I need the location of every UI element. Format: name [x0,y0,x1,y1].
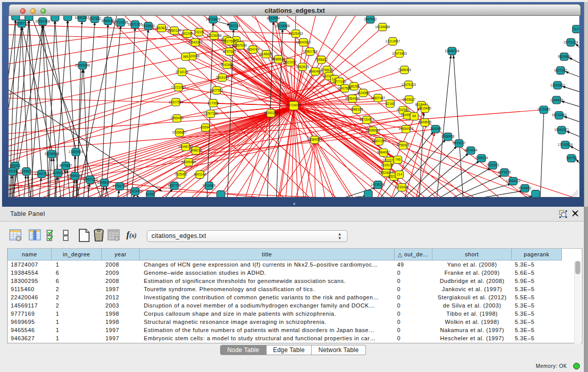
svg-text:9756928: 9756928 [397,143,410,147]
svg-text:2718176: 2718176 [176,70,189,74]
svg-text:20364436: 20364436 [345,97,360,100]
svg-text:8757685: 8757685 [223,50,236,53]
svg-text:2935114: 2935114 [475,156,488,160]
svg-text:2087682: 2087682 [364,17,377,21]
svg-text:9084067: 9084067 [377,150,390,154]
svg-text:64: 64 [412,114,417,118]
svg-text:12975115: 12975115 [401,83,416,86]
svg-text:18724007: 18724007 [287,103,301,107]
svg-text:12505135: 12505135 [68,174,82,178]
svg-text:12213369: 12213369 [171,85,186,89]
svg-text:7515526: 7515526 [142,24,155,28]
svg-text:16107554: 16107554 [168,100,183,104]
svg-text:8471676: 8471676 [498,170,511,174]
svg-text:6794028: 6794028 [320,68,334,72]
svg-text:10648784: 10648784 [445,49,460,53]
svg-text:891295: 891295 [182,32,193,35]
svg-text:17359924: 17359924 [69,150,83,154]
svg-text:7357224: 7357224 [227,24,241,28]
svg-text:19166827: 19166827 [172,130,187,134]
svg-text:16154838: 16154838 [375,25,390,29]
svg-text:7955812: 7955812 [315,58,328,61]
svg-text:3215953: 3215953 [537,107,551,111]
svg-text:6466160: 6466160 [101,19,115,23]
svg-text:12323448: 12323448 [127,189,142,193]
svg-text:2803144: 2803144 [216,76,229,79]
svg-text:10973493: 10973493 [392,52,407,55]
svg-text:7625402: 7625402 [175,172,188,176]
svg-text:9777169: 9777169 [333,80,346,83]
svg-text:9498222: 9498222 [189,148,203,152]
svg-text:10654112: 10654112 [506,179,521,183]
svg-text:746: 746 [395,158,401,161]
svg-text:16640910: 16640910 [296,40,311,44]
svg-text:1117: 1117 [573,27,580,31]
svg-text:12342757: 12342757 [34,172,49,176]
svg-text:8813054: 8813054 [267,16,280,20]
svg-text:10719185: 10719185 [114,20,128,24]
svg-text:18300295: 18300295 [264,111,278,115]
svg-text:17957253: 17957253 [83,178,98,181]
svg-text:9463627: 9463627 [403,98,416,101]
svg-text:435061: 435061 [10,164,21,167]
svg-text:39154: 39154 [8,169,17,173]
svg-text:7485063: 7485063 [398,68,411,72]
svg-text:8427552: 8427552 [210,89,224,92]
svg-text:23226058: 23226058 [207,34,222,37]
svg-text:9657791: 9657791 [168,184,181,187]
svg-text:10046738: 10046738 [178,145,193,148]
svg-text:114519: 114519 [53,171,64,174]
svg-text:9527508: 9527508 [223,39,236,43]
svg-text:10653267: 10653267 [75,16,90,19]
svg-text:8660124: 8660124 [168,29,181,32]
svg-text:17016504: 17016504 [558,143,573,146]
svg-text:18807249: 18807249 [372,139,386,143]
svg-text:6879197: 6879197 [452,141,466,145]
svg-text:9975867: 9975867 [59,164,73,167]
svg-text:9242848: 9242848 [221,63,234,67]
svg-text:1588520: 1588520 [272,57,285,61]
svg-text:1733426: 1733426 [396,185,409,189]
svg-text:16961758: 16961758 [303,50,318,53]
svg-text:14099489: 14099489 [181,160,196,164]
svg-text:9227342: 9227342 [554,69,568,72]
svg-text:9146821: 9146821 [260,52,273,56]
svg-text:1691144: 1691144 [193,172,206,176]
svg-text:16671355: 16671355 [127,23,142,26]
svg-text:8454749: 8454749 [247,48,260,51]
svg-text:23226: 23226 [194,30,204,34]
svg-text:14136141: 14136141 [371,183,385,186]
svg-text:10807487: 10807487 [371,96,385,100]
svg-text:0699695: 0699695 [419,120,432,124]
svg-text:12093822: 12093822 [550,83,565,87]
svg-text:2867608: 2867608 [234,43,247,47]
svg-text:53594: 53594 [201,125,210,129]
svg-text:5322037: 5322037 [284,60,297,64]
svg-text:15692971: 15692971 [554,128,569,132]
svg-text:1156829: 1156829 [20,169,33,173]
svg-text:9245652: 9245652 [518,186,532,190]
svg-text:10688609: 10688609 [365,128,380,132]
svg-text:1527602: 1527602 [89,17,102,20]
svg-text:10958107: 10958107 [97,181,112,184]
svg-text:1362615: 1362615 [296,65,309,69]
svg-text:1244415: 1244415 [550,98,563,102]
svg-text:9710485: 9710485 [203,184,216,187]
svg-text:62160: 62160 [385,102,395,105]
svg-text:20206536: 20206536 [45,152,59,156]
svg-text:16033809: 16033809 [206,17,221,21]
svg-text:9474444: 9474444 [464,148,477,152]
svg-text:19654923: 19654923 [399,127,413,130]
svg-text:19384554: 19384554 [307,138,322,141]
svg-text:1965493: 1965493 [170,116,184,120]
svg-text:92450: 92450 [146,192,155,196]
svg-text:989: 989 [183,55,188,58]
svg-text:6497568: 6497568 [338,86,352,90]
svg-text:13267130: 13267130 [203,112,218,115]
svg-text:10543342: 10543342 [188,40,203,44]
svg-text:7986322: 7986322 [350,107,363,111]
svg-text:7663822: 7663822 [155,26,168,30]
svg-text:1615132: 1615132 [381,163,394,167]
svg-text:214: 214 [397,172,402,176]
svg-text:3624554: 3624554 [357,91,370,95]
